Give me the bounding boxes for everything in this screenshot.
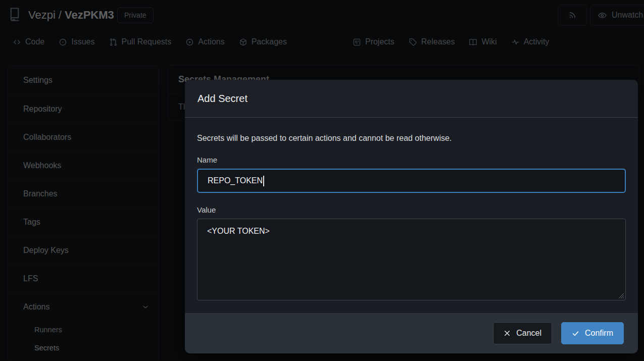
modal-title: Add Secret (197, 93, 247, 105)
secret-value-text: <YOUR TOKEN> (207, 227, 270, 235)
modal-description: Secrets will be passed to certain action… (197, 134, 626, 143)
modal-footer: Cancel Confirm (185, 313, 638, 353)
x-icon (504, 330, 511, 337)
text-cursor (263, 176, 264, 186)
value-field-label: Value (197, 205, 626, 214)
cancel-label: Cancel (516, 329, 541, 338)
cancel-button[interactable]: Cancel (493, 322, 552, 344)
confirm-label: Confirm (585, 329, 613, 338)
confirm-button[interactable]: Confirm (561, 322, 624, 344)
add-secret-modal: Add Secret Secrets will be passed to cer… (185, 80, 638, 353)
name-field-label: Name (197, 156, 626, 164)
modal-body: Secrets will be passed to certain action… (185, 118, 638, 300)
modal-header: Add Secret (185, 80, 638, 118)
secret-name-input[interactable]: REPO_TOKEN (197, 169, 626, 193)
secret-name-value: REPO_TOKEN (208, 176, 263, 185)
secret-value-textarea[interactable]: <YOUR TOKEN> (197, 219, 626, 300)
resize-grip-icon[interactable] (618, 293, 624, 299)
check-icon (572, 330, 579, 337)
